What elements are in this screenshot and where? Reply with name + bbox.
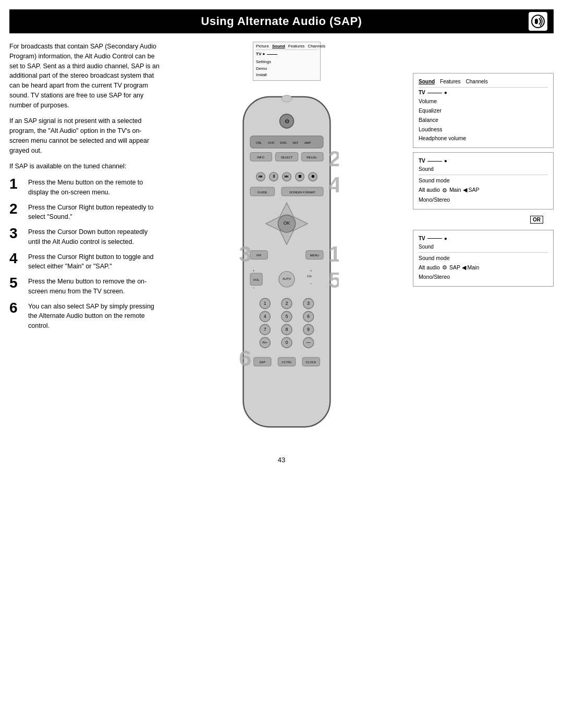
- intro-para-2: If an SAP signal is not present with a s…: [9, 116, 161, 155]
- gear-icon-1: ⚙: [442, 186, 447, 195]
- menu-nav-picture: Picture: [256, 44, 269, 48]
- svg-text:⏮: ⏮: [259, 174, 263, 179]
- step-5: 5 Press the Menu button to remove the on…: [9, 277, 161, 297]
- main-selected-1: Main ◀ SAP: [449, 186, 480, 195]
- tv-label-top: TV ●: [256, 51, 265, 58]
- step-2: 2 Press the Cursor Right button repeated…: [9, 203, 161, 223]
- svg-text:AMP: AMP: [304, 141, 311, 144]
- sound-header: Sound: [419, 165, 548, 175]
- svg-text:⏻: ⏻: [285, 118, 289, 124]
- svg-text:4: 4: [264, 314, 266, 319]
- menu-nav-channels: Channels: [308, 44, 325, 48]
- menu-box-altaudio-2: TV ● Sound Sound mode Alt audio ⚙ SAP ◀ …: [413, 230, 554, 287]
- alt-audio-label-2: Alt audio: [419, 263, 440, 273]
- svg-text:5: 5: [286, 314, 288, 319]
- svg-text:SAP: SAP: [259, 361, 265, 364]
- menu-item-volume: Volume: [419, 97, 548, 106]
- page-title: Using Alternate Audio (SAP): [201, 15, 362, 28]
- svg-text:PIP: PIP: [256, 254, 262, 257]
- svg-text:DVD: DVD: [280, 141, 286, 144]
- svg-text:0: 0: [286, 340, 288, 345]
- svg-text:SAT: SAT: [292, 141, 298, 144]
- svg-text:6: 6: [239, 346, 251, 371]
- svg-text:MENU: MENU: [310, 254, 319, 257]
- svg-text:CBL: CBL: [256, 141, 262, 144]
- menu-item-equalizer: Equalizer: [419, 106, 548, 116]
- sap-selected: SAP ◀ Main: [449, 263, 479, 273]
- svg-text:+: +: [310, 269, 312, 272]
- menu-item-balance: Balance: [419, 116, 548, 125]
- top-menu-screenshot: Picture Sound Features Channels TV ● Set…: [253, 42, 321, 81]
- svg-text:9: 9: [307, 327, 310, 332]
- sound-mode-label-2: Sound mode: [419, 254, 548, 263]
- svg-text:−: −: [310, 282, 312, 285]
- menu-nav-features: Features: [288, 44, 305, 48]
- svg-text:1: 1: [328, 242, 339, 267]
- svg-text:+: +: [253, 269, 255, 272]
- svg-text:AV+: AV+: [262, 341, 268, 344]
- alt-audio-label-1: Alt audio: [419, 186, 440, 195]
- gear-icon-2: ⚙: [442, 263, 447, 273]
- svg-text:7: 7: [264, 327, 266, 332]
- svg-text:GUIDE: GUIDE: [258, 191, 267, 194]
- remote-control: ⏻ CBL VCR DVD SAT AMP INFO SELECT REL/EL…: [235, 88, 339, 437]
- middle-column: Picture Sound Features Channels TV ● Set…: [169, 42, 405, 437]
- svg-text:VCR: VCR: [268, 141, 274, 144]
- menu-box-altaudio-1: TV ● Sound Sound mode Alt audio ⚙ Main ◀…: [413, 152, 554, 209]
- nav-features: Features: [440, 78, 460, 86]
- menu-box-sound: Sound Features Channels TV ● Volume Equa…: [413, 73, 554, 148]
- svg-text:6: 6: [307, 314, 310, 319]
- remote-svg: ⏻ CBL VCR DVD SAT AMP INFO SELECT REL/EL…: [235, 88, 339, 436]
- svg-text:3: 3: [307, 301, 310, 306]
- svg-text:3: 3: [239, 242, 251, 267]
- svg-text:VOL: VOL: [253, 278, 260, 281]
- svg-text:SELECT: SELECT: [281, 156, 293, 159]
- svg-text:⏸: ⏸: [272, 174, 276, 179]
- top-menu-items: TV ● Settings Demo Install: [256, 51, 317, 79]
- sound-icon: [529, 12, 547, 31]
- svg-text:SCREEN FORMAT: SCREEN FORMAT: [289, 191, 316, 194]
- connector-line-top: [267, 54, 277, 55]
- svg-text:CCTRL: CCTRL: [282, 361, 292, 364]
- sound-menu-nav: Sound Features Channels: [419, 78, 548, 88]
- svg-text:⏺: ⏺: [311, 174, 315, 179]
- svg-point-79: [282, 95, 292, 102]
- page-header: Using Alternate Audio (SAP): [9, 9, 554, 33]
- tv-label-3: TV ●: [419, 235, 548, 243]
- svg-text:−: −: [253, 286, 255, 289]
- intro-para-1: For broadcasts that contain SAP (Seconda…: [9, 42, 161, 110]
- alt-audio-row-2: Alt audio ⚙ SAP ◀ Main: [419, 263, 548, 273]
- svg-text:2: 2: [286, 301, 288, 306]
- tv-label-1: TV ●: [419, 89, 548, 97]
- step-6: 6 You can also select SAP by simply pres…: [9, 302, 161, 331]
- sound-header-2: Sound: [419, 243, 548, 253]
- svg-text:CH: CH: [307, 275, 311, 278]
- step-1: 1 Press the Menu button on the remote to…: [9, 178, 161, 198]
- nav-channels: Channels: [466, 78, 488, 86]
- top-menu-nav: Picture Sound Features Channels: [256, 44, 317, 50]
- sound-mode-label: Sound mode: [419, 176, 548, 186]
- svg-text:2: 2: [328, 146, 339, 171]
- svg-text:CLOCK: CLOCK: [306, 361, 316, 364]
- menu-settings: Settings: [256, 59, 317, 66]
- steps-list: 1 Press the Menu button on the remote to…: [9, 178, 161, 331]
- svg-text:OK: OK: [284, 221, 290, 226]
- menu-demo: Demo: [256, 66, 317, 72]
- step-4: 4 Press the Cursor Right button to toggl…: [9, 252, 161, 272]
- main-content: For broadcasts that contain SAP (Seconda…: [0, 33, 563, 446]
- left-column: For broadcasts that contain SAP (Seconda…: [9, 42, 161, 437]
- or-divider: OR: [530, 216, 543, 224]
- right-column: Sound Features Channels TV ● Volume Equa…: [413, 42, 554, 437]
- mono-stereo-1: Mono/Stereo: [419, 195, 548, 205]
- svg-text:1: 1: [264, 301, 266, 306]
- svg-text:⏭: ⏭: [285, 174, 289, 179]
- svg-text:4: 4: [328, 172, 339, 197]
- svg-text:5: 5: [328, 268, 339, 293]
- tv-label-2: TV ●: [419, 157, 548, 165]
- step-3: 3 Press the Cursor Down button repeatedl…: [9, 227, 161, 247]
- menu-nav-sound: Sound: [272, 44, 285, 48]
- menu-item-loudness: Loudness: [419, 125, 548, 134]
- sound-mode-1: Sound mode Alt audio ⚙ Main ◀ SAP Mono/S…: [419, 176, 548, 204]
- page-number: 43: [0, 456, 563, 464]
- or-divider-wrapper: OR: [413, 214, 554, 226]
